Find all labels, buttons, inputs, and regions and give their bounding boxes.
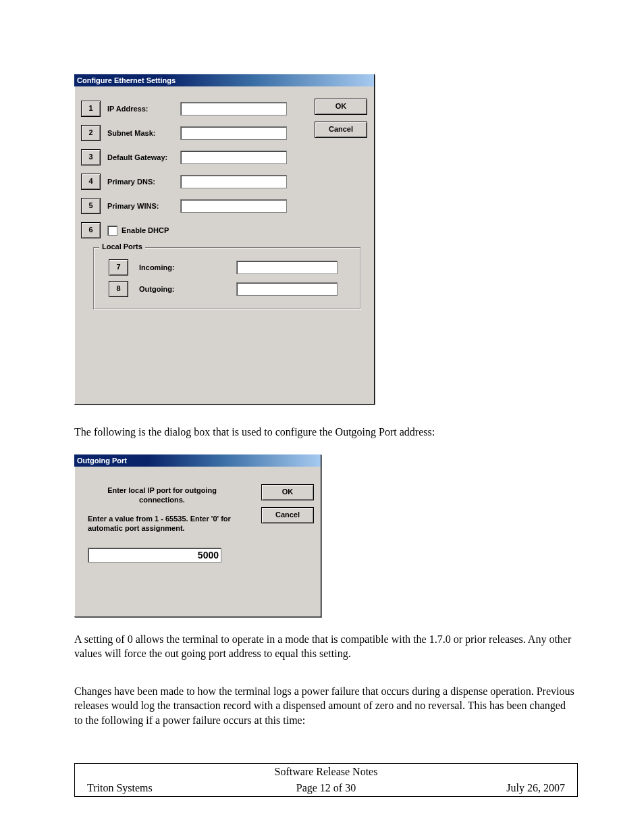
port-value-input[interactable]: 5000 [88,548,221,563]
enable-dhcp-checkbox[interactable] [107,226,117,236]
prompt-main: Enter local IP port for outgoing connect… [88,486,236,504]
default-gateway-input[interactable] [180,151,287,164]
numkey-5-button[interactable]: 5 [81,198,101,214]
primary-dns-label: Primary DNS: [107,178,180,186]
local-ports-group: Local Ports 7 Incoming: 8 Outgoing: [93,247,360,309]
enable-dhcp-label: Enable DHCP [122,226,169,234]
primary-dns-input[interactable] [180,175,287,188]
incoming-label: Incoming: [139,263,186,271]
numkey-6-button[interactable]: 6 [81,222,101,238]
incoming-port-input[interactable] [236,261,338,274]
paragraph-1: The following is the dialog box that is … [74,425,576,440]
footer-date: July 26, 2007 [412,780,578,797]
footer-company: Triton Systems [75,780,241,797]
ip-address-label: IP Address: [107,105,180,113]
outgoing-port-input[interactable] [236,282,338,296]
cancel-button-2[interactable]: Cancel [261,507,314,523]
numkey-7-button[interactable]: 7 [109,259,128,276]
paragraph-2: A setting of 0 allows the terminal to op… [74,632,576,661]
outgoing-label: Outgoing: [139,285,186,293]
page-footer: Software Release Notes Triton Systems Pa… [74,763,578,797]
prompt-sub: Enter a value from 1 - 65535. Enter '0' … [88,514,243,533]
numkey-3-button[interactable]: 3 [81,149,101,165]
numkey-4-button[interactable]: 4 [81,174,101,190]
ok-button-2[interactable]: OK [261,484,314,500]
configure-ethernet-dialog: Configure Ethernet Settings OK Cancel 1 … [74,74,375,405]
dialog2-title: Outgoing Port [74,454,321,467]
paragraph-3: Changes have been made to how the termin… [74,684,576,728]
primary-wins-input[interactable] [180,199,287,213]
footer-title: Software Release Notes [75,763,578,780]
local-ports-title: Local Ports [99,242,145,251]
default-gateway-label: Default Gateway: [107,153,180,161]
ip-address-input[interactable] [180,102,287,115]
primary-wins-label: Primary WINS: [107,202,180,210]
subnet-mask-input[interactable] [180,126,287,140]
numkey-2-button[interactable]: 2 [81,125,101,141]
numkey-1-button[interactable]: 1 [81,101,101,117]
numkey-8-button[interactable]: 8 [109,281,128,297]
outgoing-port-dialog: Outgoing Port OK Cancel Enter local IP p… [74,454,321,617]
footer-page: Page 12 of 30 [240,780,411,797]
subnet-mask-label: Subnet Mask: [107,129,180,137]
dialog-title: Configure Ethernet Settings [74,74,374,86]
